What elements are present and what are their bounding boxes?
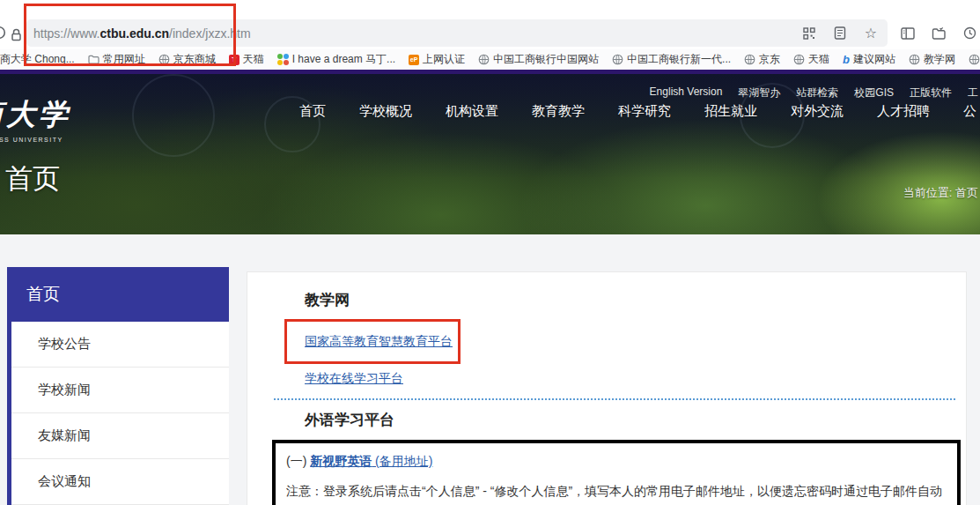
topbar-link-cut[interactable]: 工 (968, 85, 978, 100)
bookmark-item[interactable]: eP 上网认证 (409, 52, 465, 67)
globe-icon (909, 54, 920, 65)
collections-folder-icon[interactable] (931, 26, 947, 41)
lock-icon[interactable] (8, 26, 24, 42)
browser-chrome: https://www.ctbu.edu.cn/index/jxzx.htm ☆ (0, 0, 980, 49)
foreign-language-box: (一) 新视野英语 (备用地址) 注意：登录系统后请点击“个人信息” - “修改… (272, 440, 961, 505)
bing-icon: b (843, 53, 850, 66)
tmall-icon: T (229, 55, 239, 65)
globe-icon (478, 54, 490, 65)
bookmark-item[interactable]: T 天猫 (229, 52, 264, 67)
bookmark-label: 京东 (759, 52, 780, 67)
nav-overview[interactable]: 学校概况 (359, 103, 412, 120)
sidebar-item-school-news[interactable]: 学校新闻 (11, 368, 229, 413)
folder-icon (88, 54, 99, 65)
bookmark-item[interactable]: 京东 (744, 52, 780, 67)
page-title: 首页 (5, 160, 60, 197)
bookmark-label: 上网认证 (423, 52, 465, 67)
bookmark-label: 工商大学 Chong... (0, 52, 75, 67)
topbar-link-sitesearch[interactable]: 站群检索 (796, 85, 838, 100)
bookmark-item[interactable]: 校园网自助服务系统 (969, 52, 980, 67)
box-item-prefix: (一) (286, 454, 310, 468)
split-screen-icon[interactable] (900, 26, 916, 41)
sidebar: 首页 学校公告 学校新闻 友媒新闻 会议通知 (7, 267, 229, 505)
bookmark-label: 建议网站 (853, 52, 895, 67)
topbar-link-english[interactable]: English Version (650, 85, 723, 100)
url-domain: ctbu.edu.cn (99, 26, 169, 41)
pinwheel-icon (277, 54, 289, 65)
bookmark-item[interactable]: I have a dream 马丁... (277, 52, 395, 67)
university-logo[interactable]: 商大学 USINESS UNIVERSITY (0, 95, 71, 143)
history-clock-icon[interactable] (962, 26, 977, 41)
nav-exchange[interactable]: 对外交流 (791, 103, 844, 120)
nav-admissions[interactable]: 招生就业 (704, 103, 757, 120)
sidebar-list: 学校公告 学校新闻 友媒新闻 会议通知 (7, 322, 229, 505)
sidebar-item-announcements[interactable]: 学校公告 (11, 322, 229, 368)
nav-organization[interactable]: 机构设置 (446, 103, 498, 120)
box-heading-line: (一) 新视野英语 (备用地址) (286, 454, 947, 470)
address-bar[interactable]: https://www.ctbu.edu.cn/index/jxzx.htm ☆ (26, 19, 888, 47)
nav-teaching[interactable]: 教育教学 (532, 103, 585, 120)
globe-icon (158, 54, 170, 65)
site-main-nav: 首页 学校概况 机构设置 教育教学 科学研究 招生就业 对外交流 人才招聘 公 (299, 103, 976, 120)
sidebar-item-media-news[interactable]: 友媒新闻 (11, 413, 229, 459)
dotted-divider (274, 398, 955, 400)
nav-research[interactable]: 科学研究 (618, 103, 671, 120)
cloud-decoration (132, 74, 215, 157)
bookmark-label: 常用网址 (103, 52, 145, 67)
box-note-text: 注意：登录系统后请点击“个人信息” - “修改个人信息”，填写本人的常用电子邮件… (286, 480, 947, 505)
topbar-link-software[interactable]: 正版软件 (910, 85, 952, 100)
section-title-foreign-language: 外语学习平台 (305, 410, 394, 430)
ep-auth-icon: eP (409, 55, 419, 65)
bookmark-label: 天猫 (808, 52, 829, 67)
sidebar-item-meeting-notices[interactable]: 会议通知 (11, 459, 229, 505)
bookmark-item[interactable]: 教学网 (909, 52, 955, 67)
link-backup-address[interactable]: (备用地址) (372, 454, 432, 468)
bookmark-label: I have a dream 马丁... (292, 52, 395, 67)
bookmark-item[interactable]: 京东商城 (158, 52, 216, 67)
globe-icon (612, 54, 623, 65)
bookmark-item[interactable]: 中国工商银行新一代... (612, 52, 731, 67)
qr-code-icon[interactable] (801, 26, 817, 41)
topbar-link-cuihu[interactable]: 翠湖智办 (738, 85, 780, 100)
bookmark-label: 天猫 (243, 52, 264, 67)
globe-icon (744, 54, 755, 65)
logo-en-text: USINESS UNIVERSITY (0, 137, 71, 143)
url-text[interactable]: https://www.ctbu.edu.cn/index/jxzx.htm (33, 26, 251, 41)
topbar-link-gis[interactable]: 校园GIS (854, 85, 894, 100)
site-topbar-links: English Version 翠湖智办 站群检索 校园GIS 正版软件 工 (650, 85, 978, 100)
sidebar-header: 首页 (7, 267, 229, 322)
bookmarks-bar: 工商大学 Chong... 常用网址 京东商城 T 天猫 I have a dr… (0, 49, 980, 70)
bookmark-label: 京东商城 (173, 52, 216, 67)
globe-icon (793, 54, 805, 65)
globe-icon (969, 54, 980, 65)
bookmark-label: 中国工商银行中国网站 (493, 52, 599, 67)
site-hero-banner: 商大学 USINESS UNIVERSITY English Version 翠… (0, 74, 980, 234)
url-path: /index/jxzx.htm (169, 26, 251, 41)
bookmark-item[interactable]: b 建议网站 (843, 52, 895, 67)
bookmark-label: 教学网 (924, 52, 955, 67)
favorite-star-icon[interactable]: ☆ (863, 26, 879, 41)
breadcrumb: 当前位置: 首页 (903, 185, 978, 201)
bookmark-item[interactable]: 中国工商银行中国网站 (478, 52, 599, 67)
section-title-teaching-net: 教学网 (305, 290, 350, 310)
nav-home[interactable]: 首页 (299, 103, 326, 120)
main-content-panel: 教学网 国家高等教育智慧教育平台 学校在线学习平台 外语学习平台 (一) 新视野… (247, 271, 967, 505)
link-new-horizon-english[interactable]: 新视野英语 (310, 454, 372, 468)
nav-public-cut[interactable]: 公 (963, 103, 976, 120)
link-school-online-learning[interactable]: 学校在线学习平台 (305, 371, 403, 387)
reading-mode-icon[interactable] (832, 26, 848, 41)
nav-recruitment[interactable]: 人才招聘 (877, 103, 930, 120)
refresh-icon[interactable] (0, 25, 7, 41)
bookmark-label: 中国工商银行新一代... (627, 52, 731, 67)
bookmark-item[interactable]: 工商大学 Chong... (0, 52, 75, 67)
link-national-smart-education[interactable]: 国家高等教育智慧教育平台 (305, 334, 453, 350)
bookmark-item[interactable]: 天猫 (793, 52, 829, 67)
url-scheme: https://www. (33, 26, 99, 41)
logo-cn-text: 商大学 (0, 95, 71, 135)
bookmark-item[interactable]: 常用网址 (88, 52, 145, 67)
